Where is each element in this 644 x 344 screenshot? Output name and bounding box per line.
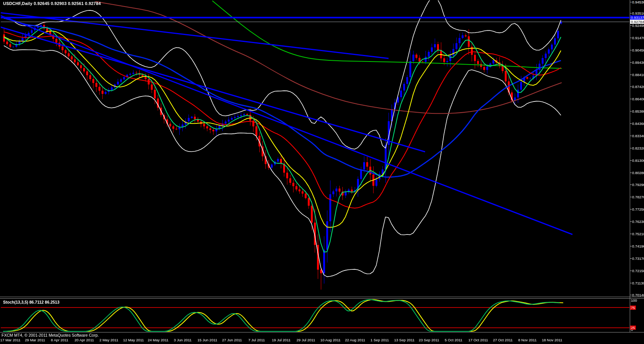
date-tick-label: 3 Jun 2011 [174,338,192,342]
date-tick-label: 7 Jul 2011 [248,338,265,342]
stochastic-level-label: 25 [630,326,636,330]
date-tick-label: 1 Sep 2011 [370,338,389,342]
date-tick-label: 8 Nov 2011 [518,338,537,342]
price-tick-label: 0.88410 [632,73,644,77]
price-tick-label: 0.74190 [632,244,644,248]
stochastic-canvas[interactable] [0,299,630,332]
date-tick-label: 29 Mar 2011 [25,338,45,342]
price-tick-label: 0.75210 [632,232,644,236]
stochastic-level-label: 75 [630,306,636,310]
chart-title-ohlc: USDCHF,Daily 0.92645 0.92903 0.92561 0.9… [3,1,101,6]
price-tick-label: 0.80280 [632,171,644,175]
date-tick-label: 8 Apr 2011 [51,338,68,342]
date-axis[interactable]: 17 Mar 201129 Mar 20118 Apr 201120 Apr 2… [0,338,644,344]
date-tick-label: 19 Jul 2011 [272,338,290,342]
price-tick-label: 0.94530 [632,0,644,4]
date-tick-label: 15 Jun 2011 [197,338,217,342]
price-tick-label: 0.77250 [632,207,644,211]
date-tick-label: 2 May 2011 [100,338,118,342]
price-tick-label: 0.81300 [632,158,644,163]
price-tick-label: 0.72150 [632,269,644,273]
date-tick-label: 17 Mar 2011 [0,338,21,342]
price-tick-label: 0.76230 [632,219,644,224]
date-tick-label: 13 Sep 2011 [394,338,414,342]
price-tick-label: 0.78270 [632,195,644,199]
price-tick-label: 0.71130 [632,281,644,285]
date-tick-label: 22 Aug 2011 [345,338,365,342]
date-tick-label: 27 Oct 2011 [493,338,512,342]
date-tick-label: 24 May 2011 [148,338,169,342]
date-tick-label: 23 Sep 2011 [419,338,439,342]
price-tick-label: 0.87420 [632,85,644,89]
price-tick-label: 0.83340 [632,134,644,138]
price-tick-label: 0.84360 [632,121,644,126]
price-tick-label: 0.93510 [632,11,644,15]
current-price-tag: 0.92784 [630,20,644,24]
price-tick-label: 0.89430 [632,60,644,65]
price-tick-label: 0.82320 [632,146,644,150]
date-tick-label: 29 Jul 2011 [297,338,315,342]
panel-divider-bottom[interactable] [0,298,644,299]
price-chart-canvas[interactable] [0,0,630,299]
panel-divider-top[interactable] [0,297,644,297]
date-tick-label: 17 Oct 2011 [468,338,488,342]
stochastic-indicator-label: Stoch(13,3,5) 86.7112 86.2513 [3,300,60,304]
date-tick-label: 20 Apr 2011 [75,338,94,342]
copyright-text: FXCM MT4, © 2001-2011 MetaQuotes Softwar… [2,333,99,337]
stochastic-scale-label: 100 [631,298,637,302]
date-tick-label: 27 Jun 2011 [222,338,242,342]
price-tick-label: 0.73170 [632,256,644,261]
mt4-chart-window: USDCHF,Daily 0.92645 0.92903 0.92561 0.9… [0,0,644,344]
price-tick-label: 0.91470 [632,36,644,40]
price-tick-label: 0.70140 [632,293,644,297]
price-tick-label: 0.90450 [632,48,644,52]
price-tick-label: 0.86400 [632,97,644,101]
date-tick-label: 10 Aug 2011 [320,338,341,342]
date-tick-label: 5 Oct 2011 [445,338,462,342]
price-tick-label: 0.85380 [632,109,644,113]
date-tick-label: 18 Nov 2011 [542,338,562,342]
horizontal-line-price-tag: 0.93137 [630,15,644,20]
price-tick-label: 0.79290 [632,183,644,187]
date-tick-label: 12 May 2011 [123,338,144,342]
